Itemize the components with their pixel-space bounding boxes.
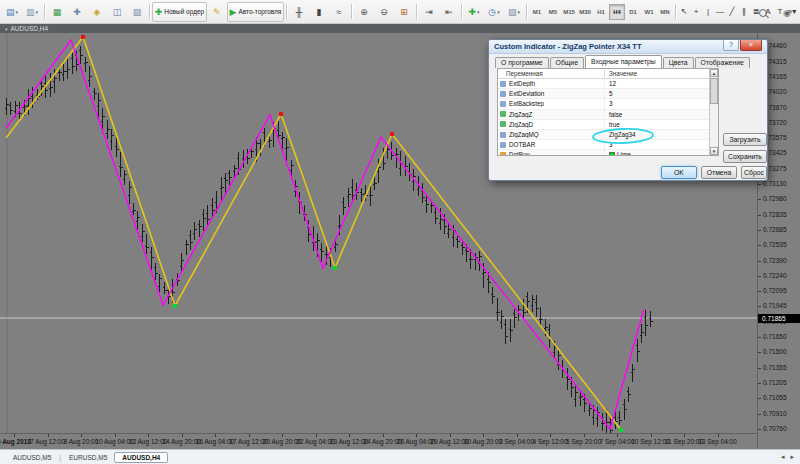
vertical-line-icon: |	[707, 7, 709, 16]
param-value[interactable]: ZigZag34	[604, 130, 718, 139]
toolbar-button-zoom-out[interactable]: ⊖	[374, 2, 394, 22]
toolbar-button-new-order[interactable]: ✚Новый ордер	[152, 2, 207, 22]
header-value: Значение	[604, 70, 718, 77]
time-label: 5 Sep 20:00	[566, 438, 601, 445]
tool-button-crosshair[interactable]: +	[690, 5, 702, 19]
price-label: 0.71500	[763, 348, 787, 355]
timeframe-button-d1[interactable]: D1	[625, 4, 641, 20]
table-scrollbar[interactable]: ▲ ▼	[709, 69, 718, 155]
param-value[interactable]: true	[604, 120, 718, 129]
toolbar-button-bars-chart[interactable]: ╫	[289, 2, 309, 22]
new-order-icon: ✚	[155, 7, 163, 17]
dialog-tab-4[interactable]: Отображение	[695, 57, 750, 68]
param-row-extdeviation[interactable]: ExtDeviation5	[498, 89, 718, 99]
close-button[interactable]: ×	[740, 40, 762, 51]
dialog-tab-3[interactable]: Цвета	[663, 57, 694, 68]
tool-button-equidistant-channel[interactable]: ∥	[738, 5, 750, 19]
numeric-param-icon	[500, 81, 506, 87]
price-label: 0.73130	[763, 180, 787, 187]
param-value[interactable]: 3	[604, 140, 718, 149]
timeframe-button-m1[interactable]: M1	[529, 4, 545, 20]
chart-tab-eurusd-m5[interactable]: EURUSD,M5	[62, 453, 114, 462]
chart-caption-bar[interactable]: ▾AUDUSD,H4	[0, 24, 800, 33]
chart-tab-audusd-h4[interactable]: AUDUSD,H4	[114, 452, 168, 463]
dialog-tab-0[interactable]: О программе	[495, 57, 549, 68]
param-row-zigzagz[interactable]: ZigZagZfalse	[498, 110, 718, 120]
param-value[interactable]: false	[604, 110, 718, 119]
time-tick	[718, 434, 719, 437]
scroll-right-icon[interactable]: ▸	[790, 453, 794, 461]
toolbar-button-data-window[interactable]: ✚	[67, 2, 87, 22]
toolbar-button-profiles[interactable]: ▥▾	[22, 2, 42, 22]
param-value[interactable]: 12	[604, 79, 718, 88]
price-tick	[758, 383, 761, 384]
scroll-up-icon[interactable]: ▲	[710, 69, 718, 77]
param-row-extdepth[interactable]: ExtDepth12	[498, 79, 718, 89]
scroll-down-icon[interactable]: ▼	[710, 147, 718, 155]
timeframe-button-m15[interactable]: M15	[561, 4, 577, 20]
tool-button-vertical-line[interactable]: |	[702, 5, 714, 19]
price-tick	[758, 245, 761, 246]
toolbar-button-auto-scroll[interactable]: ⇥	[419, 2, 439, 22]
autotrading-label: Авто-торговля	[238, 8, 281, 15]
toolbar-button-market-watch[interactable]: ▦	[47, 2, 67, 22]
toolbar-separator	[675, 4, 676, 19]
toolbar-button-strategy-tester[interactable]: ▧	[127, 2, 147, 22]
price-label: 0.72685	[763, 226, 787, 233]
toolbar-button-metaeditor[interactable]: ✎	[207, 2, 227, 22]
collapse-icon: ▾	[5, 26, 8, 32]
toolbar-button-search[interactable]	[753, 3, 773, 23]
time-tick	[550, 434, 551, 437]
toolbar-button-terminal[interactable]: ◫	[107, 2, 127, 22]
time-label: 4 Sep 12:00	[532, 438, 567, 445]
param-value[interactable]: 5	[604, 89, 718, 98]
load-button[interactable]: Загрузить	[723, 133, 767, 146]
toolbar-button-chart-shift[interactable]: ⇤	[439, 2, 459, 22]
toolbar-button-periods[interactable]: ◷▾	[484, 2, 504, 22]
toolbar-button-templates[interactable]: ▨▾	[504, 2, 524, 22]
dialog-tab-1[interactable]: Общие	[550, 57, 584, 68]
param-row-dotbuy[interactable]: DotBuyLime	[498, 150, 718, 156]
param-row-zigzagmq[interactable]: ZigZagMQZigZag34	[498, 130, 718, 140]
toolbar-button-line-chart[interactable]: ≈	[329, 2, 349, 22]
toolbar-button-candles-chart[interactable]: ▮	[309, 2, 329, 22]
toolbar-button-zoom-in[interactable]: ⊕	[354, 2, 374, 22]
param-row-zigzagd[interactable]: ZigZagDtrue	[498, 120, 718, 130]
param-row-dotbar[interactable]: DOTBAR3	[498, 140, 718, 150]
timeframe-button-m30[interactable]: M30	[577, 4, 593, 20]
help-button[interactable]: ?	[723, 40, 739, 51]
scrollbar-thumb[interactable]	[710, 78, 718, 104]
timeframe-button-w1[interactable]: W1	[641, 4, 657, 20]
timeframe-button-mn[interactable]: MN	[657, 4, 673, 20]
param-name: ExtDeviation	[509, 90, 604, 97]
table-header: Переменная Значение	[498, 69, 718, 79]
chart-tab-audusd-m5[interactable]: AUDUSD,M5	[6, 453, 58, 462]
toolbar-button-navigator[interactable]: ◈	[87, 2, 107, 22]
scroll-left-icon[interactable]: ◂	[781, 453, 785, 461]
ok-button[interactable]: OK	[661, 166, 697, 179]
save-button[interactable]: Сохранить	[723, 150, 767, 163]
toolbar-button-autotrading[interactable]: ▶Авто-торговля	[227, 2, 284, 22]
reset-button[interactable]: Сброс	[741, 166, 767, 179]
toolbar-button-new-chart[interactable]: ▤▾	[2, 2, 22, 22]
toolbar-button-indicators[interactable]: ✚▾	[464, 2, 484, 22]
toolbar-button-tile-windows[interactable]: ⊞	[394, 2, 414, 22]
price-tick	[758, 184, 761, 185]
price-tick	[758, 398, 761, 399]
time-label: 6 Aug 2018	[0, 438, 31, 445]
tool-button-horizontal-line[interactable]: —	[714, 5, 726, 19]
header-variable: Переменная	[498, 70, 604, 77]
tool-button-trendline[interactable]: ╱	[726, 5, 738, 19]
param-row-extbackstep[interactable]: ExtBackstep3	[498, 99, 718, 109]
toolbar-button-community[interactable]: ◉	[777, 3, 797, 23]
param-value[interactable]: Lime	[604, 150, 718, 156]
cancel-button[interactable]: Отмена	[701, 166, 737, 179]
timeframe-button-m5[interactable]: M5	[545, 4, 561, 20]
dialog-tab-2[interactable]: Входные параметры	[585, 55, 662, 68]
timeframe-button-h4[interactable]: H4	[609, 4, 625, 20]
timeframe-button-h1[interactable]: H1	[593, 4, 609, 20]
tool-button-cursor[interactable]: ↖	[678, 5, 690, 19]
price-label: 0.71650	[763, 333, 787, 340]
price-label: 0.71945	[763, 302, 787, 309]
param-value[interactable]: 3	[604, 99, 718, 108]
